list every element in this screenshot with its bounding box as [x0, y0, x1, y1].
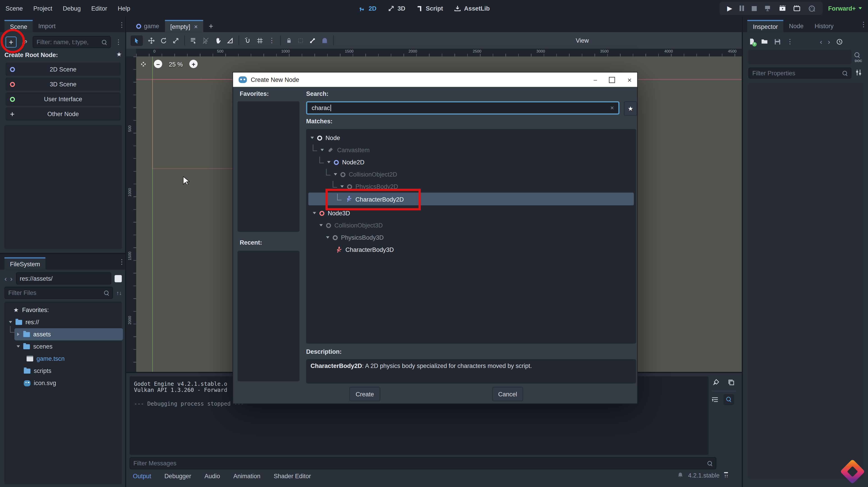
- onion-skinning-button[interactable]: [321, 37, 328, 44]
- ruler-tool-button[interactable]: [226, 37, 234, 44]
- tab-import[interactable]: Import: [33, 20, 61, 32]
- nav-back-icon[interactable]: ‹: [4, 274, 7, 283]
- split-mode-toggle-icon[interactable]: [115, 275, 122, 282]
- scene-tab-game[interactable]: game: [131, 20, 165, 32]
- clear-output-icon[interactable]: [712, 379, 720, 386]
- fs-favorites[interactable]: ★Favorites:: [6, 304, 120, 316]
- scene-toolbar-menu-icon[interactable]: ⋮: [115, 39, 122, 45]
- scene-tab-empty[interactable]: [empty]×: [165, 20, 203, 32]
- zoom-in-button[interactable]: +: [189, 60, 198, 68]
- rotate-tool-button[interactable]: [160, 37, 167, 44]
- fs-assets-selected-row[interactable]: assets: [14, 328, 123, 340]
- property-tools-icon[interactable]: [855, 69, 862, 76]
- tab-shader-editor[interactable]: Shader Editor: [274, 473, 311, 479]
- object-history-icon[interactable]: [836, 38, 843, 45]
- create-2d-scene-button[interactable]: 2D Scene: [6, 62, 121, 76]
- new-scene-tab-icon[interactable]: +: [209, 22, 213, 32]
- menu-debug[interactable]: Debug: [63, 5, 81, 11]
- tab-node[interactable]: Node: [783, 20, 809, 32]
- tree-row-collisionobject2d[interactable]: CollisionObject2D: [308, 168, 634, 181]
- filter-properties-input[interactable]: Filter Properties: [748, 67, 851, 78]
- matches-tree[interactable]: Node CanvasItem Node2D CollisionObject2D…: [306, 129, 636, 344]
- tab-filesystem[interactable]: FileSystem: [4, 257, 46, 269]
- stop-button[interactable]: [752, 6, 756, 11]
- tab-history[interactable]: History: [809, 20, 839, 32]
- nav-forward-icon[interactable]: ›: [10, 274, 12, 283]
- deselect-tool-button[interactable]: [202, 37, 209, 44]
- minimize-window-icon[interactable]: –: [594, 76, 597, 83]
- scale-tool-button[interactable]: [172, 37, 179, 44]
- cancel-button[interactable]: Cancel: [492, 387, 523, 401]
- clear-search-icon[interactable]: ×: [610, 105, 614, 111]
- pan-tool-button[interactable]: [214, 37, 221, 44]
- movie-maker-button[interactable]: [808, 5, 815, 12]
- menu-project[interactable]: Project: [33, 5, 52, 11]
- favorites-star-icon[interactable]: ★: [116, 51, 122, 58]
- dialog-title-bar[interactable]: Create New Node – ×: [233, 73, 637, 87]
- select-tool-button[interactable]: [131, 35, 143, 46]
- workspace-tab-3d[interactable]: 3D: [388, 5, 405, 12]
- fs-game-tscn[interactable]: game.tscn: [6, 353, 120, 365]
- open-docs-icon[interactable]: DOC: [855, 52, 862, 63]
- grid-snap-button[interactable]: [256, 37, 264, 44]
- fs-scenes[interactable]: scenes: [6, 340, 120, 353]
- remote-debug-button[interactable]: [764, 5, 771, 11]
- zoom-level[interactable]: 25 %: [169, 61, 183, 67]
- tree-row-characterbody3d[interactable]: CharacterBody3D: [308, 244, 634, 256]
- renderer-selector[interactable]: Forward+: [828, 0, 862, 17]
- sort-files-icon[interactable]: ↑↓: [116, 290, 122, 296]
- recent-list[interactable]: [238, 251, 300, 381]
- inspector-dock-menu-icon[interactable]: ⋮: [860, 21, 867, 28]
- tab-animation[interactable]: Animation: [234, 473, 260, 479]
- collapse-tree-icon[interactable]: [711, 396, 719, 403]
- workspace-tab-script[interactable]: Script: [416, 5, 443, 12]
- new-resource-icon[interactable]: +: [748, 38, 755, 45]
- create-other-node-button[interactable]: +Other Node: [6, 107, 121, 121]
- history-forward-icon[interactable]: ›: [828, 37, 830, 46]
- menu-help[interactable]: Help: [118, 5, 130, 11]
- favorite-toggle-button[interactable]: ★: [624, 101, 637, 116]
- chevron-down-icon[interactable]: [17, 346, 20, 348]
- menu-editor[interactable]: Editor: [91, 5, 107, 11]
- tree-row-node[interactable]: Node: [308, 132, 634, 144]
- create-button[interactable]: Create: [349, 387, 380, 401]
- tab-output[interactable]: Output: [133, 473, 151, 479]
- list-select-tool-button[interactable]: [190, 37, 197, 44]
- smart-snap-button[interactable]: [244, 37, 251, 44]
- view-menu[interactable]: View: [576, 37, 589, 43]
- filter-files-input[interactable]: Filter Files: [4, 287, 113, 299]
- resource-menu-icon[interactable]: ⋮: [786, 38, 793, 45]
- chevron-down-icon[interactable]: [9, 321, 12, 323]
- close-tab-icon[interactable]: ×: [194, 23, 198, 30]
- fs-scripts[interactable]: scripts: [6, 365, 120, 377]
- menu-scene[interactable]: Scene: [6, 5, 23, 11]
- path-input[interactable]: res://assets/: [16, 272, 111, 285]
- play-button[interactable]: ▶: [727, 4, 732, 12]
- create-3d-scene-button[interactable]: 3D Scene: [6, 77, 121, 91]
- zoom-out-button[interactable]: −: [154, 60, 162, 68]
- maximize-window-icon[interactable]: [609, 77, 615, 83]
- save-resource-icon[interactable]: [774, 38, 781, 45]
- lock-selected-button[interactable]: [286, 37, 292, 44]
- tree-row-node2d[interactable]: Node2D: [308, 156, 634, 168]
- search-output-button[interactable]: [723, 394, 734, 405]
- group-selected-button[interactable]: [297, 37, 304, 44]
- pause-button[interactable]: [740, 6, 744, 11]
- scene-dock-menu-icon[interactable]: ⋮: [118, 22, 125, 28]
- center-view-icon[interactable]: [140, 60, 147, 68]
- fs-res-root[interactable]: res://: [6, 316, 120, 328]
- scene-filter-input[interactable]: Filter: name, t:type,: [33, 36, 111, 48]
- play-scene-button[interactable]: [779, 5, 786, 11]
- chevron-right-icon[interactable]: [17, 332, 20, 336]
- tree-row-canvasitem[interactable]: CanvasItem: [308, 144, 634, 156]
- tab-debugger[interactable]: Debugger: [164, 473, 191, 479]
- close-window-icon[interactable]: ×: [627, 75, 632, 84]
- snap-options-icon[interactable]: ⋮: [269, 37, 275, 43]
- copy-output-icon[interactable]: [727, 379, 735, 386]
- tab-audio[interactable]: Audio: [205, 473, 220, 479]
- load-resource-folder-icon[interactable]: [761, 38, 768, 45]
- play-custom-scene-button[interactable]: [793, 5, 801, 11]
- tree-row-collisionobject3d[interactable]: CollisionObject3D: [308, 219, 634, 231]
- tab-inspector[interactable]: Inspector: [747, 20, 783, 32]
- filesystem-menu-icon[interactable]: ⋮: [118, 258, 125, 265]
